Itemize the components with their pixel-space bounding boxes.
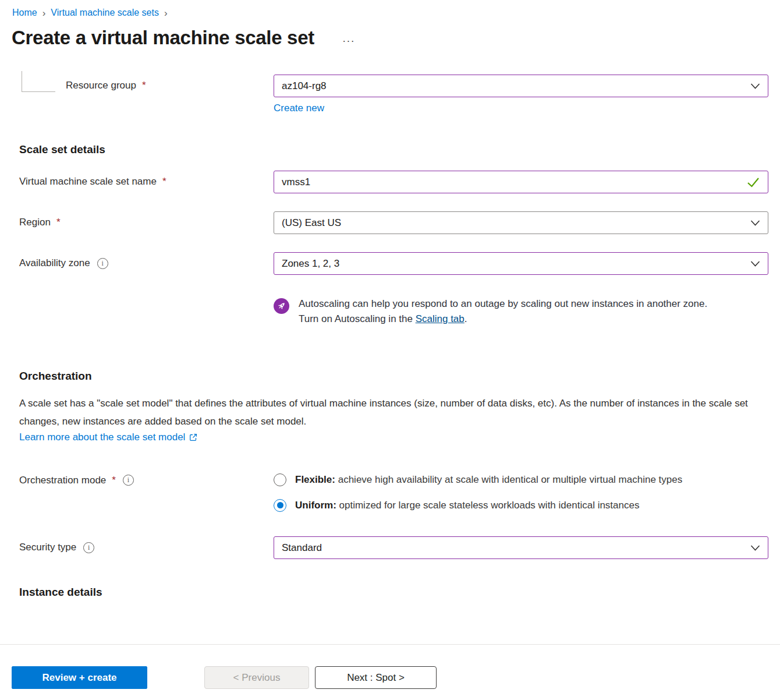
- vmss-name-input[interactable]: [282, 176, 746, 188]
- valid-check-icon: [746, 176, 760, 188]
- availability-zone-label: Availability zone: [19, 257, 90, 269]
- scaling-tab-link[interactable]: Scaling tab: [416, 313, 465, 324]
- info-icon[interactable]: i: [97, 258, 108, 269]
- radio-flexible[interactable]: Flexible: achieve high availability at s…: [274, 473, 768, 487]
- more-options-icon[interactable]: ···: [342, 29, 355, 47]
- vmss-name-label: Virtual machine scale set name: [19, 176, 157, 188]
- orchestration-description: A scale set has a "scale set model" that…: [19, 394, 768, 430]
- availability-zone-value: Zones 1, 2, 3: [282, 258, 339, 270]
- chevron-down-icon: [750, 83, 760, 90]
- note-text-before: Autoscaling can help you respond to an o…: [299, 298, 707, 324]
- section-orchestration: Orchestration: [19, 370, 768, 383]
- previous-button[interactable]: < Previous: [204, 666, 309, 689]
- autoscaling-rocket-icon: [274, 298, 289, 314]
- page-title: Create a virtual machine scale set: [12, 27, 314, 49]
- next-spot-button[interactable]: Next : Spot >: [315, 666, 437, 689]
- required-marker: *: [56, 217, 61, 228]
- required-marker: *: [162, 176, 166, 188]
- chevron-down-icon: [750, 220, 760, 227]
- section-scale-set-details: Scale set details: [19, 143, 768, 156]
- wizard-footer: Review + create < Previous Next : Spot >: [0, 644, 780, 700]
- availability-zone-dropdown[interactable]: Zones 1, 2, 3: [274, 252, 768, 275]
- create-new-link[interactable]: Create new: [274, 102, 324, 114]
- chevron-down-icon: [750, 545, 760, 551]
- note-text-after: .: [465, 313, 467, 324]
- security-type-dropdown[interactable]: Standard: [274, 536, 768, 559]
- breadcrumb-home-link[interactable]: Home: [12, 8, 37, 18]
- external-link-icon: [189, 433, 198, 442]
- region-label: Region: [19, 217, 51, 228]
- radio-uniform[interactable]: Uniform: optimized for large scale state…: [274, 499, 768, 513]
- info-icon[interactable]: i: [83, 542, 94, 553]
- breadcrumb: Home › Virtual machine scale sets ›: [0, 0, 780, 18]
- learn-more-label: Learn more about the scale set model: [19, 432, 185, 443]
- resource-group-dropdown[interactable]: az104-rg8: [274, 75, 768, 97]
- vmss-name-field: [274, 171, 768, 193]
- radio-icon: [274, 499, 286, 512]
- radio-icon: [274, 473, 286, 486]
- section-instance-details: Instance details: [19, 586, 768, 599]
- breadcrumb-separator-icon: ›: [42, 8, 46, 18]
- security-type-value: Standard: [282, 542, 322, 554]
- resource-group-label: Resource group: [66, 80, 136, 91]
- radio-uniform-name: Uniform:: [295, 500, 336, 511]
- breadcrumb-vmss-link[interactable]: Virtual machine scale sets: [51, 8, 159, 18]
- autoscaling-note: Autoscaling can help you respond to an o…: [299, 296, 725, 327]
- indent-line: [22, 71, 55, 92]
- required-marker: *: [142, 80, 146, 91]
- chevron-down-icon: [750, 260, 760, 267]
- region-dropdown[interactable]: (US) East US: [274, 211, 768, 234]
- resource-group-value: az104-rg8: [282, 80, 327, 92]
- security-type-label: Security type: [19, 542, 76, 553]
- radio-flexible-name: Flexible:: [295, 474, 335, 485]
- radio-uniform-description: optimized for large scale stateless work…: [336, 500, 640, 511]
- review-create-button[interactable]: Review + create: [12, 666, 147, 689]
- radio-flexible-description: achieve high availability at scale with …: [335, 474, 682, 485]
- required-marker: *: [112, 475, 116, 486]
- region-value: (US) East US: [282, 217, 341, 229]
- orchestration-mode-label: Orchestration mode: [19, 475, 106, 486]
- learn-more-link[interactable]: Learn more about the scale set model: [19, 432, 198, 443]
- info-icon[interactable]: i: [123, 475, 134, 486]
- breadcrumb-separator-icon: ›: [164, 8, 168, 18]
